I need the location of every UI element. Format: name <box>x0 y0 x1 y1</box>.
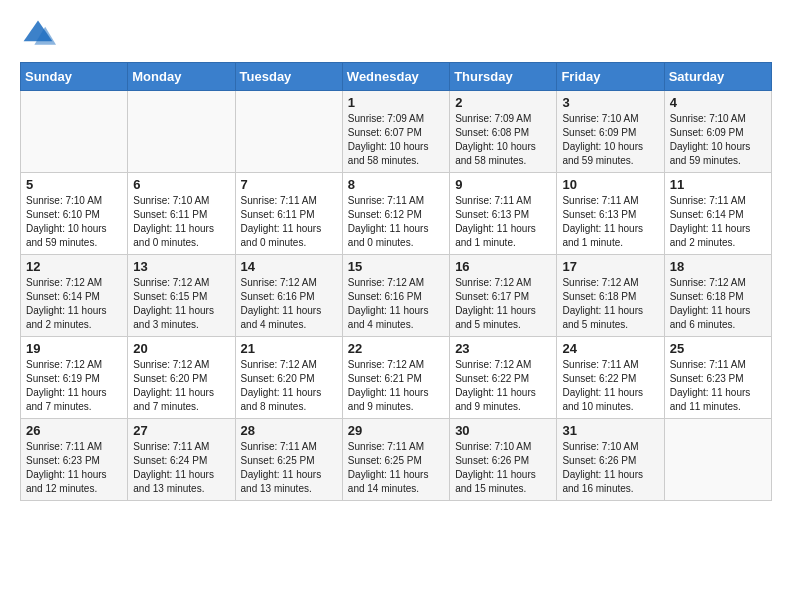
day-info: Sunrise: 7:10 AM Sunset: 6:26 PM Dayligh… <box>562 440 658 496</box>
calendar-week-1: 1Sunrise: 7:09 AM Sunset: 6:07 PM Daylig… <box>21 91 772 173</box>
day-number: 25 <box>670 341 766 356</box>
calendar-day-19: 19Sunrise: 7:12 AM Sunset: 6:19 PM Dayli… <box>21 337 128 419</box>
calendar-day-24: 24Sunrise: 7:11 AM Sunset: 6:22 PM Dayli… <box>557 337 664 419</box>
calendar-week-2: 5Sunrise: 7:10 AM Sunset: 6:10 PM Daylig… <box>21 173 772 255</box>
day-number: 29 <box>348 423 444 438</box>
header <box>20 16 772 52</box>
weekday-header-monday: Monday <box>128 63 235 91</box>
day-number: 18 <box>670 259 766 274</box>
calendar-day-1: 1Sunrise: 7:09 AM Sunset: 6:07 PM Daylig… <box>342 91 449 173</box>
day-number: 7 <box>241 177 337 192</box>
calendar-day-2: 2Sunrise: 7:09 AM Sunset: 6:08 PM Daylig… <box>450 91 557 173</box>
day-number: 30 <box>455 423 551 438</box>
calendar-day-25: 25Sunrise: 7:11 AM Sunset: 6:23 PM Dayli… <box>664 337 771 419</box>
day-info: Sunrise: 7:11 AM Sunset: 6:12 PM Dayligh… <box>348 194 444 250</box>
day-info: Sunrise: 7:11 AM Sunset: 6:22 PM Dayligh… <box>562 358 658 414</box>
calendar-day-18: 18Sunrise: 7:12 AM Sunset: 6:18 PM Dayli… <box>664 255 771 337</box>
weekday-header-wednesday: Wednesday <box>342 63 449 91</box>
day-number: 26 <box>26 423 122 438</box>
day-info: Sunrise: 7:11 AM Sunset: 6:25 PM Dayligh… <box>241 440 337 496</box>
weekday-header-tuesday: Tuesday <box>235 63 342 91</box>
day-number: 5 <box>26 177 122 192</box>
day-number: 2 <box>455 95 551 110</box>
calendar-day-15: 15Sunrise: 7:12 AM Sunset: 6:16 PM Dayli… <box>342 255 449 337</box>
day-info: Sunrise: 7:11 AM Sunset: 6:13 PM Dayligh… <box>455 194 551 250</box>
calendar-week-5: 26Sunrise: 7:11 AM Sunset: 6:23 PM Dayli… <box>21 419 772 501</box>
day-info: Sunrise: 7:12 AM Sunset: 6:20 PM Dayligh… <box>241 358 337 414</box>
day-number: 1 <box>348 95 444 110</box>
calendar-day-27: 27Sunrise: 7:11 AM Sunset: 6:24 PM Dayli… <box>128 419 235 501</box>
calendar-day-28: 28Sunrise: 7:11 AM Sunset: 6:25 PM Dayli… <box>235 419 342 501</box>
day-info: Sunrise: 7:11 AM Sunset: 6:14 PM Dayligh… <box>670 194 766 250</box>
day-info: Sunrise: 7:11 AM Sunset: 6:24 PM Dayligh… <box>133 440 229 496</box>
day-info: Sunrise: 7:12 AM Sunset: 6:20 PM Dayligh… <box>133 358 229 414</box>
calendar-day-26: 26Sunrise: 7:11 AM Sunset: 6:23 PM Dayli… <box>21 419 128 501</box>
day-number: 27 <box>133 423 229 438</box>
day-info: Sunrise: 7:10 AM Sunset: 6:11 PM Dayligh… <box>133 194 229 250</box>
day-info: Sunrise: 7:12 AM Sunset: 6:18 PM Dayligh… <box>562 276 658 332</box>
day-number: 15 <box>348 259 444 274</box>
day-info: Sunrise: 7:11 AM Sunset: 6:23 PM Dayligh… <box>26 440 122 496</box>
day-number: 10 <box>562 177 658 192</box>
calendar-day-6: 6Sunrise: 7:10 AM Sunset: 6:11 PM Daylig… <box>128 173 235 255</box>
weekday-header-saturday: Saturday <box>664 63 771 91</box>
day-number: 20 <box>133 341 229 356</box>
calendar-day-22: 22Sunrise: 7:12 AM Sunset: 6:21 PM Dayli… <box>342 337 449 419</box>
day-number: 22 <box>348 341 444 356</box>
weekday-header-sunday: Sunday <box>21 63 128 91</box>
day-info: Sunrise: 7:12 AM Sunset: 6:21 PM Dayligh… <box>348 358 444 414</box>
calendar-day-17: 17Sunrise: 7:12 AM Sunset: 6:18 PM Dayli… <box>557 255 664 337</box>
day-info: Sunrise: 7:12 AM Sunset: 6:14 PM Dayligh… <box>26 276 122 332</box>
day-number: 3 <box>562 95 658 110</box>
day-info: Sunrise: 7:10 AM Sunset: 6:09 PM Dayligh… <box>670 112 766 168</box>
calendar-day-20: 20Sunrise: 7:12 AM Sunset: 6:20 PM Dayli… <box>128 337 235 419</box>
day-info: Sunrise: 7:09 AM Sunset: 6:08 PM Dayligh… <box>455 112 551 168</box>
day-number: 11 <box>670 177 766 192</box>
day-number: 31 <box>562 423 658 438</box>
day-info: Sunrise: 7:12 AM Sunset: 6:19 PM Dayligh… <box>26 358 122 414</box>
day-number: 16 <box>455 259 551 274</box>
calendar-day-14: 14Sunrise: 7:12 AM Sunset: 6:16 PM Dayli… <box>235 255 342 337</box>
weekday-header-friday: Friday <box>557 63 664 91</box>
day-number: 28 <box>241 423 337 438</box>
day-number: 9 <box>455 177 551 192</box>
calendar-day-10: 10Sunrise: 7:11 AM Sunset: 6:13 PM Dayli… <box>557 173 664 255</box>
calendar-day-7: 7Sunrise: 7:11 AM Sunset: 6:11 PM Daylig… <box>235 173 342 255</box>
day-info: Sunrise: 7:11 AM Sunset: 6:13 PM Dayligh… <box>562 194 658 250</box>
day-number: 19 <box>26 341 122 356</box>
day-info: Sunrise: 7:10 AM Sunset: 6:10 PM Dayligh… <box>26 194 122 250</box>
calendar-day-13: 13Sunrise: 7:12 AM Sunset: 6:15 PM Dayli… <box>128 255 235 337</box>
day-info: Sunrise: 7:09 AM Sunset: 6:07 PM Dayligh… <box>348 112 444 168</box>
day-number: 13 <box>133 259 229 274</box>
calendar-day-9: 9Sunrise: 7:11 AM Sunset: 6:13 PM Daylig… <box>450 173 557 255</box>
day-number: 17 <box>562 259 658 274</box>
calendar-day-21: 21Sunrise: 7:12 AM Sunset: 6:20 PM Dayli… <box>235 337 342 419</box>
day-number: 21 <box>241 341 337 356</box>
calendar-week-4: 19Sunrise: 7:12 AM Sunset: 6:19 PM Dayli… <box>21 337 772 419</box>
empty-cell <box>128 91 235 173</box>
calendar-day-12: 12Sunrise: 7:12 AM Sunset: 6:14 PM Dayli… <box>21 255 128 337</box>
day-info: Sunrise: 7:12 AM Sunset: 6:16 PM Dayligh… <box>348 276 444 332</box>
day-number: 23 <box>455 341 551 356</box>
calendar-day-8: 8Sunrise: 7:11 AM Sunset: 6:12 PM Daylig… <box>342 173 449 255</box>
logo-icon <box>20 16 56 52</box>
day-info: Sunrise: 7:10 AM Sunset: 6:26 PM Dayligh… <box>455 440 551 496</box>
empty-cell <box>235 91 342 173</box>
calendar-day-11: 11Sunrise: 7:11 AM Sunset: 6:14 PM Dayli… <box>664 173 771 255</box>
calendar-day-29: 29Sunrise: 7:11 AM Sunset: 6:25 PM Dayli… <box>342 419 449 501</box>
day-info: Sunrise: 7:11 AM Sunset: 6:11 PM Dayligh… <box>241 194 337 250</box>
day-number: 12 <box>26 259 122 274</box>
day-info: Sunrise: 7:12 AM Sunset: 6:17 PM Dayligh… <box>455 276 551 332</box>
calendar-week-3: 12Sunrise: 7:12 AM Sunset: 6:14 PM Dayli… <box>21 255 772 337</box>
calendar: SundayMondayTuesdayWednesdayThursdayFrid… <box>20 62 772 501</box>
day-info: Sunrise: 7:10 AM Sunset: 6:09 PM Dayligh… <box>562 112 658 168</box>
logo <box>20 16 60 52</box>
calendar-day-4: 4Sunrise: 7:10 AM Sunset: 6:09 PM Daylig… <box>664 91 771 173</box>
calendar-header-row: SundayMondayTuesdayWednesdayThursdayFrid… <box>21 63 772 91</box>
calendar-day-5: 5Sunrise: 7:10 AM Sunset: 6:10 PM Daylig… <box>21 173 128 255</box>
day-number: 8 <box>348 177 444 192</box>
calendar-day-30: 30Sunrise: 7:10 AM Sunset: 6:26 PM Dayli… <box>450 419 557 501</box>
day-number: 24 <box>562 341 658 356</box>
day-number: 6 <box>133 177 229 192</box>
empty-cell <box>21 91 128 173</box>
